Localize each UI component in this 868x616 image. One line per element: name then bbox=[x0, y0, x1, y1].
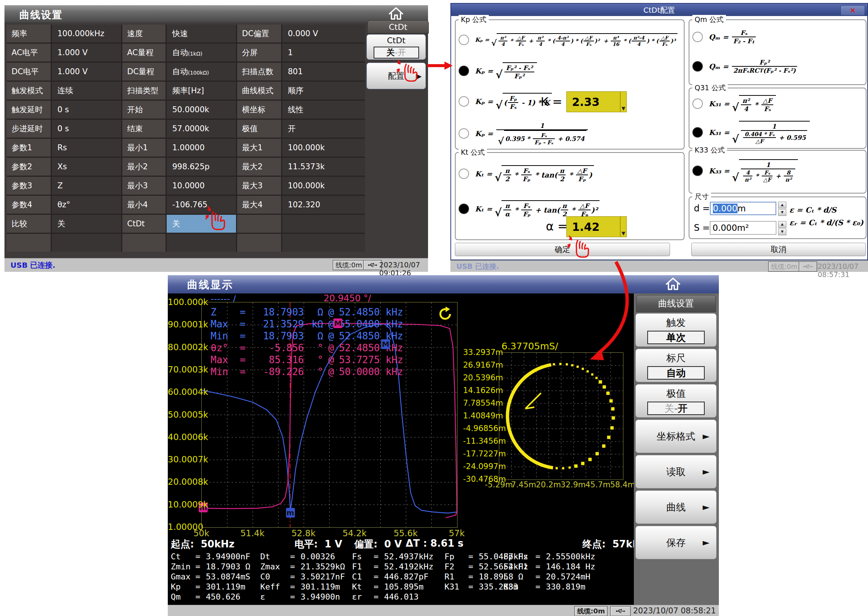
d-input[interactable]: 0.000m bbox=[710, 202, 776, 215]
spin-up-icon[interactable]: ▲ bbox=[778, 221, 786, 228]
home-icon[interactable] bbox=[665, 276, 681, 292]
k33-radio-selected[interactable] bbox=[692, 165, 703, 176]
setting-value[interactable]: 顺序 bbox=[282, 82, 365, 99]
setting-value[interactable]: 10.0000 bbox=[167, 177, 236, 195]
denominator: Fₛ bbox=[761, 105, 774, 113]
qm-formula-option[interactable]: Qₘ = FₛF₂ - F₁ bbox=[689, 23, 866, 51]
qm-radio-selected[interactable] bbox=[692, 61, 703, 72]
setting-value[interactable]: 频率[Hz] bbox=[167, 82, 236, 99]
kt-formula-option[interactable]: Kₜ = √π2 * FₛFₚ * tan(π2 * △FFₚ) bbox=[456, 157, 684, 191]
kt-radio[interactable] bbox=[458, 168, 469, 179]
setting-value[interactable]: 线性 bbox=[282, 101, 365, 119]
spin-down-icon[interactable]: ▼ bbox=[778, 209, 786, 216]
softkey-触发[interactable]: 触发单次 bbox=[635, 313, 717, 347]
softkey-曲线[interactable]: 曲线► bbox=[635, 490, 717, 524]
setting-value[interactable]: 开 bbox=[282, 120, 365, 138]
softkey-读取[interactable]: 读取► bbox=[635, 455, 717, 489]
softkey-保存[interactable]: 保存► bbox=[635, 526, 717, 559]
softkey-坐标格式[interactable]: 坐标格式► bbox=[635, 420, 717, 453]
q31-radio-selected[interactable] bbox=[692, 127, 703, 138]
softkey-标尺[interactable]: 标尺自动 bbox=[635, 349, 717, 382]
kp-radio-selected[interactable] bbox=[458, 66, 469, 76]
setting-value[interactable]: -106.765 bbox=[167, 196, 236, 214]
setting-value[interactable]: 自动(100kΩ) bbox=[167, 63, 236, 80]
admittance-circle-plot[interactable] bbox=[499, 352, 623, 480]
qm-formula-option[interactable]: Qₘ = Fₚ²2πFₛRCT(Fₚ² - Fₛ²) bbox=[689, 51, 866, 82]
menu-tab-curve-settings[interactable]: 曲线设置 bbox=[636, 295, 716, 312]
softkey-极值[interactable]: 极值关-开 bbox=[635, 384, 717, 418]
readout-unit: ° bbox=[304, 354, 323, 366]
setting-value[interactable]: 0 s bbox=[52, 120, 121, 138]
q31-radio[interactable] bbox=[692, 99, 703, 109]
dimension-group-legend: 尺寸 bbox=[692, 192, 711, 202]
setting-value[interactable]: 自动(1kΩ) bbox=[167, 44, 236, 61]
softkey-label: 保存 bbox=[666, 536, 686, 549]
kp-formula-option[interactable]: Kₚ = 1√0.395 * FₛFₚ - Fₛ + 0.574 bbox=[456, 116, 684, 151]
setting-value[interactable]: 102.320 bbox=[282, 196, 365, 214]
s-input[interactable]: 0.000m² bbox=[710, 221, 776, 234]
s-spinner[interactable]: ▲▼ bbox=[778, 221, 786, 235]
kp-radio[interactable] bbox=[458, 35, 469, 45]
kp-radio[interactable] bbox=[458, 128, 469, 139]
setting-value[interactable]: 1.000 V bbox=[52, 63, 121, 80]
setting-value[interactable]: 1 bbox=[282, 44, 365, 61]
fraction: π²-44 bbox=[632, 35, 646, 47]
setting-value[interactable] bbox=[282, 215, 365, 233]
radicand: π2 * FₛFₚ * tan(π2 * △FFₚ) bbox=[501, 165, 594, 183]
setting-value[interactable]: 100.000k bbox=[282, 177, 365, 195]
kp-formula-option[interactable]: Kₚ = √Fₚ² - Fₛ²Fₚ² bbox=[456, 55, 684, 86]
kp-formula-option[interactable]: Kₚ = √π²4 * △FFₛ + π²4 * (4-π²4) * (△FFₛ… bbox=[456, 25, 684, 55]
setting-value[interactable]: 0 s bbox=[52, 101, 121, 119]
setting-value[interactable]: 连续 bbox=[52, 82, 121, 99]
q31-formula-option[interactable]: K₃₁ = √10.404 * Fₛ△F + 0.595 bbox=[689, 117, 866, 148]
ctdt-on-off-toggle[interactable]: 关-开 bbox=[374, 47, 419, 58]
setting-value[interactable]: 57.0000k bbox=[167, 120, 236, 138]
home-icon[interactable] bbox=[388, 6, 404, 22]
k33-formula-option[interactable]: K₃₃ = √14π² * Fₛ△F + 8π² bbox=[689, 152, 866, 189]
cancel-button[interactable]: 取消 bbox=[691, 243, 866, 256]
main-sweep-plot[interactable]: Z=18.7903Ω@52.4850 kHzMax=21.3529kΩ@55.0… bbox=[201, 302, 457, 528]
close-icon[interactable]: × bbox=[840, 5, 865, 16]
admittance-point bbox=[553, 363, 555, 365]
setting-value[interactable]: 快速 bbox=[167, 25, 236, 42]
setting-value[interactable]: 100.000kHz bbox=[52, 25, 121, 42]
setting-value[interactable]: 1.00000 bbox=[167, 139, 236, 157]
setting-value[interactable] bbox=[167, 234, 236, 252]
k-constant-dropdown[interactable]: 2.33 ▼ bbox=[567, 91, 627, 112]
ctdt-config-button[interactable]: 配置 ▶ bbox=[367, 63, 426, 89]
d-spinner[interactable]: ▲▼ bbox=[778, 202, 786, 216]
setting-value[interactable]: Z bbox=[52, 177, 121, 195]
setting-value[interactable]: 801 bbox=[282, 63, 365, 80]
setting-label: CtDt bbox=[122, 215, 166, 233]
result-value: 53.0874mS bbox=[206, 572, 250, 581]
q31-formula-option[interactable]: K₃₁ = √π²4 * △FFₛ bbox=[689, 91, 866, 117]
qm-radio[interactable] bbox=[692, 32, 703, 42]
setting-value[interactable]: 关 bbox=[52, 215, 121, 233]
setting-value[interactable]: 1.000 V bbox=[52, 44, 121, 61]
setting-value[interactable]: Rs bbox=[52, 139, 121, 157]
formula-text: △F bbox=[763, 176, 771, 183]
setting-value[interactable]: Xs bbox=[52, 158, 121, 176]
kt-radio-selected[interactable] bbox=[458, 204, 469, 214]
setting-value[interactable] bbox=[282, 234, 365, 252]
curve-settings-titlebar: 曲线设置 bbox=[5, 5, 428, 22]
spin-down-icon[interactable]: ▼ bbox=[778, 229, 786, 235]
softkey-toggle-box[interactable]: 关-开 bbox=[647, 402, 705, 415]
ctdt-toggle-button[interactable]: CtDt 关-开 bbox=[367, 34, 426, 60]
setting-value[interactable]: 50.0000k bbox=[167, 101, 236, 119]
readout-unit: ° bbox=[304, 342, 323, 354]
setting-value[interactable]: 关 bbox=[167, 215, 236, 233]
setting-value[interactable]: θz° bbox=[52, 196, 121, 214]
setting-value[interactable]: 0.000 V bbox=[282, 25, 365, 42]
setting-value[interactable]: 11.5373k bbox=[282, 158, 365, 176]
kp-radio[interactable] bbox=[458, 96, 469, 107]
formula-text: + bbox=[527, 38, 535, 44]
setting-value[interactable] bbox=[52, 234, 121, 252]
alpha-constant-dropdown[interactable]: 1.42 ▼ bbox=[567, 216, 627, 237]
spin-up-icon[interactable]: ▲ bbox=[778, 202, 786, 209]
setting-value[interactable]: 998.625p bbox=[167, 158, 236, 176]
ok-button[interactable]: 确定 bbox=[455, 243, 670, 256]
refresh-icon[interactable] bbox=[438, 306, 454, 322]
setting-value[interactable]: 100.000k bbox=[282, 139, 365, 157]
ctdt-toggle-label: CtDt bbox=[387, 36, 406, 45]
